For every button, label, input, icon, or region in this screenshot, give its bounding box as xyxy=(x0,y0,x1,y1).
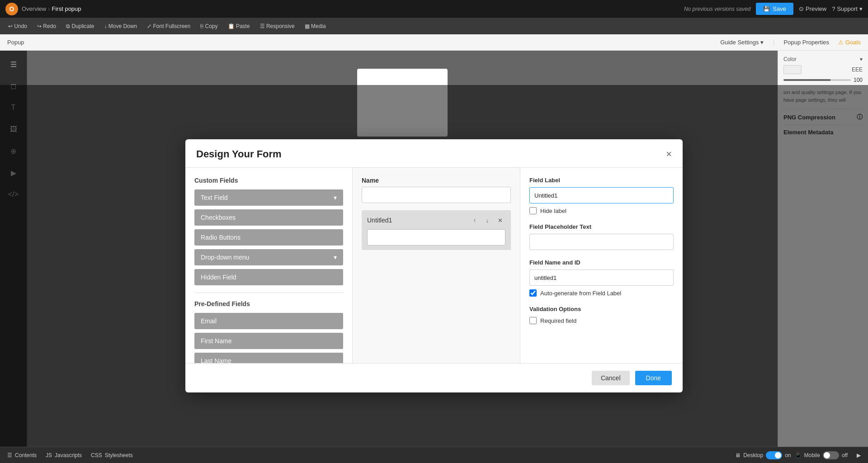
required-field-label[interactable]: Required field xyxy=(540,317,576,324)
color-hex-value: EEE xyxy=(852,66,863,73)
radio-buttons-button[interactable]: Radio Buttons xyxy=(194,229,343,246)
js-label: Javascripts xyxy=(55,452,82,458)
field-name-id-section: Field Name and ID Auto-generate from Fie… xyxy=(529,259,674,297)
guide-settings-chevron: ▾ xyxy=(760,39,764,46)
js-icon: JS xyxy=(46,452,52,458)
goals-button[interactable]: ⚠ Goals xyxy=(838,39,861,46)
hide-label-row: Hide label xyxy=(529,207,674,214)
name-input[interactable] xyxy=(362,187,511,203)
save-label: Save xyxy=(773,5,786,12)
breadcrumb: Overview › First popup xyxy=(22,5,81,12)
name-label: Name xyxy=(362,177,511,184)
field-label-input[interactable] xyxy=(529,187,674,203)
field-name-id-input[interactable] xyxy=(529,269,674,286)
logo: O xyxy=(5,3,18,15)
more-button[interactable]: ▶ xyxy=(857,452,861,458)
fields-column: Custom Fields Text Field ▾ Checkboxes Ra… xyxy=(185,168,353,363)
top-bar: O Overview › First popup No previous ver… xyxy=(0,0,868,18)
toolbar-undo[interactable]: ↩ Undo xyxy=(5,22,31,31)
top-bar-actions: No previous versions saved 💾 Save ⊙ Prev… xyxy=(684,3,863,15)
popup-properties-button[interactable]: Popup Properties xyxy=(784,39,829,46)
no-versions-text: No previous versions saved xyxy=(684,6,750,12)
mobile-off-label: off xyxy=(842,452,848,458)
dropdown-menu-label: Drop-down menu xyxy=(201,254,249,261)
guide-settings-button[interactable]: Guide Settings ▾ xyxy=(720,39,764,46)
device-toggles: 🖥 Desktop on 📱 Mobile off xyxy=(735,451,848,459)
properties-column: Field Label Hide label Field Placeholder… xyxy=(520,168,683,363)
contents-button[interactable]: ☰ Contents xyxy=(7,452,37,458)
toolbar-responsive[interactable]: ☰ Responsive xyxy=(256,22,298,31)
color-section: Color ▾ EEE 100 xyxy=(783,56,863,83)
desktop-toggle-group: 🖥 Desktop on xyxy=(735,451,791,459)
color-label: Color xyxy=(783,56,797,62)
toolbar-duplicate[interactable]: ⧉ Duplicate xyxy=(62,22,98,31)
toolbar-copy[interactable]: ⎘ Copy xyxy=(197,22,221,31)
save-button[interactable]: 💾 Save xyxy=(756,3,793,15)
auto-generate-label[interactable]: Auto-generate from Field Label xyxy=(540,290,621,297)
predefined-fields-label: Pre-Defined Fields xyxy=(194,300,343,307)
second-toolbar: ↩ Undo ↪ Redo ⧉ Duplicate ↓ Move Down ⤢ … xyxy=(0,18,868,34)
desktop-label: Desktop xyxy=(743,452,763,458)
auto-generate-row: Auto-generate from Field Label xyxy=(529,289,674,297)
modal-title: Design Your Form xyxy=(196,148,282,160)
opacity-slider[interactable] xyxy=(783,79,851,81)
modal-overlay: Design Your Form × Custom Fields Text Fi… xyxy=(0,85,868,447)
auto-generate-checkbox[interactable] xyxy=(529,289,537,297)
toolbar-paste[interactable]: 📋 Paste xyxy=(224,22,254,31)
field-actions: ↑ ↓ ✕ xyxy=(469,215,505,226)
form-field-item: Untitled1 ↑ ↓ ✕ xyxy=(362,210,511,250)
mobile-icon: 📱 xyxy=(795,452,802,458)
stylesheets-button[interactable]: CSS Stylesheets xyxy=(91,452,133,458)
third-bar: Popup Guide Settings ▾ | Popup Propertie… xyxy=(0,34,868,51)
text-field-button[interactable]: Text Field ▾ xyxy=(194,189,343,206)
done-button[interactable]: Done xyxy=(635,371,672,385)
modal-body: Custom Fields Text Field ▾ Checkboxes Ra… xyxy=(185,168,683,363)
toolbar-redo[interactable]: ↪ Redo xyxy=(33,22,60,31)
preview-button[interactable]: ⊙ Preview xyxy=(799,5,826,12)
hide-label-checkbox[interactable] xyxy=(529,207,537,214)
checkboxes-button[interactable]: Checkboxes xyxy=(194,209,343,226)
field-preview-input[interactable] xyxy=(367,229,505,246)
support-label: Support xyxy=(837,5,858,12)
desktop-on-label: on xyxy=(785,452,791,458)
text-field-arrow: ▾ xyxy=(334,194,337,201)
breadcrumb-chevron: › xyxy=(48,5,50,12)
first-name-button[interactable]: First Name xyxy=(194,333,343,349)
dropdown-menu-button[interactable]: Drop-down menu ▾ xyxy=(194,249,343,265)
goals-icon: ⚠ xyxy=(838,39,844,46)
validation-title: Validation Options xyxy=(529,306,674,312)
color-swatch[interactable] xyxy=(783,65,802,74)
required-field-checkbox[interactable] xyxy=(529,317,537,324)
support-button[interactable]: ? Support ▾ xyxy=(832,5,863,12)
css-icon: CSS xyxy=(91,452,102,458)
field-up-icon[interactable]: ↑ xyxy=(469,215,480,226)
current-page: First popup xyxy=(52,5,81,12)
field-down-icon[interactable]: ↓ xyxy=(482,215,493,226)
sidebar-icon-menu[interactable]: ☰ xyxy=(4,54,24,74)
field-delete-icon[interactable]: ✕ xyxy=(495,215,505,226)
mobile-toggle-group: 📱 Mobile off xyxy=(795,451,848,459)
email-label: Email xyxy=(201,317,217,325)
color-dropdown-icon[interactable]: ▾ xyxy=(860,56,863,62)
last-name-button[interactable]: Last Name xyxy=(194,353,343,363)
hide-label-label[interactable]: Hide label xyxy=(540,208,566,214)
modal-close-button[interactable]: × xyxy=(666,149,672,159)
hidden-field-button[interactable]: Hidden Field xyxy=(194,269,343,285)
email-button[interactable]: Email xyxy=(194,313,343,329)
popup-tab[interactable]: Popup xyxy=(7,39,24,46)
cancel-button[interactable]: Cancel xyxy=(592,371,630,385)
contents-icon: ☰ xyxy=(7,452,12,458)
field-placeholder-input[interactable] xyxy=(529,234,674,250)
toolbar-font-fullscreen[interactable]: ⤢ Font Fullscreen xyxy=(143,22,194,31)
overview-link[interactable]: Overview xyxy=(22,5,46,12)
main-content: ☰ ◻ T 🖼 ⊕ ▶ </> Color ▾ EEE 100 xyxy=(0,51,868,463)
toolbar-move-down[interactable]: ↓ Move Down xyxy=(100,22,141,31)
design-form-modal: Design Your Form × Custom Fields Text Fi… xyxy=(185,139,683,392)
desktop-toggle[interactable] xyxy=(766,451,782,459)
form-field-header: Untitled1 ↑ ↓ ✕ xyxy=(367,215,505,226)
desktop-icon: 🖥 xyxy=(735,452,741,458)
mobile-toggle[interactable] xyxy=(823,451,839,459)
javascripts-button[interactable]: JS Javascripts xyxy=(46,452,82,458)
modal-footer: Cancel Done xyxy=(185,363,683,392)
toolbar-media[interactable]: ▦ Media xyxy=(301,22,330,31)
